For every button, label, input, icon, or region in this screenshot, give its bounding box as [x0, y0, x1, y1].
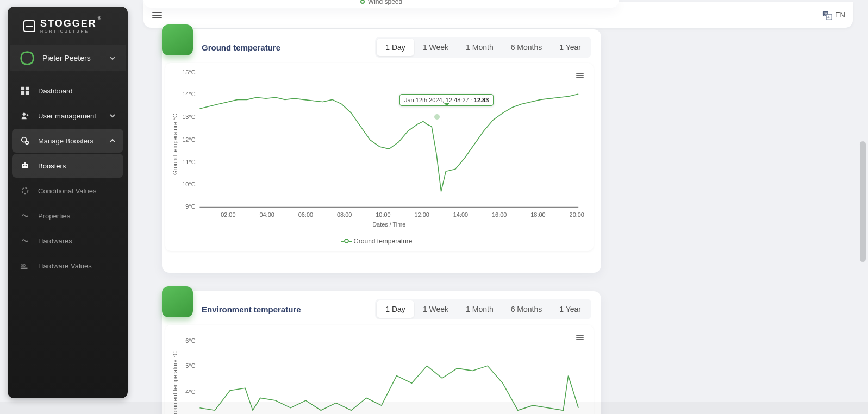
chart-ground-temperature: Jan 12th 2024, 12:48:27 : 12.83 15°C 14°… — [165, 63, 594, 251]
sidebar-item-label: Boosters — [38, 162, 66, 170]
card-badge-icon — [162, 24, 193, 55]
svg-rect-1 — [21, 87, 24, 90]
user-name: Pieter Peeters — [42, 54, 102, 62]
sidebar-nav: Dashboard User management Manage Booster… — [8, 77, 128, 280]
avatar-icon — [20, 51, 35, 66]
svg-point-10 — [23, 165, 25, 167]
brand-mark-icon — [23, 20, 36, 33]
svg-text:14°C: 14°C — [182, 91, 195, 97]
language-code: EN — [835, 11, 845, 19]
previous-card-legend-fragment: Wind speed — [143, 0, 619, 8]
robot-icon — [20, 160, 30, 171]
sidebar: STOGGER HORTICULTURE Pieter Peeters Dash… — [8, 7, 128, 398]
range-tab-6months[interactable]: 6 Months — [502, 300, 551, 318]
translate-icon: 文A — [822, 10, 832, 20]
dashboard-icon — [20, 85, 30, 96]
tooltip-label: Jan 12th 2024, 12:48:27 : — [404, 97, 474, 103]
counter-icon: 60 — [20, 260, 30, 271]
chart-svg: 15°C 14°C 13°C 12°C 11°C 10°C 9°C 02:00 … — [168, 67, 588, 234]
svg-text:9°C: 9°C — [185, 203, 195, 210]
legend-marker-icon — [344, 239, 349, 243]
chart-menu-icon[interactable] — [575, 71, 585, 80]
svg-text:4°C: 4°C — [185, 388, 195, 395]
card-ground-temperature: Ground temperature 1 Day 1 Week 1 Month … — [162, 29, 601, 273]
svg-point-5 — [23, 113, 26, 116]
range-tab-1year[interactable]: 1 Year — [551, 300, 590, 318]
svg-text:04:00: 04:00 — [260, 211, 274, 218]
signal-icon — [20, 210, 30, 221]
svg-text:10:00: 10:00 — [376, 211, 390, 218]
sidebar-item-label: Dashboard — [38, 87, 73, 95]
svg-text:08:00: 08:00 — [337, 211, 352, 218]
brand-subtitle: HORTICULTURE — [40, 29, 97, 33]
cycle-icon — [20, 185, 30, 196]
svg-text:16:00: 16:00 — [492, 211, 507, 218]
scrollbar-thumb[interactable] — [860, 141, 866, 262]
sidebar-item-label: User management — [38, 112, 96, 120]
range-tab-6months[interactable]: 6 Months — [502, 39, 551, 56]
chart-legend: Ground temperature — [168, 237, 588, 245]
svg-rect-9 — [22, 164, 28, 168]
svg-text:14:00: 14:00 — [453, 211, 468, 218]
sidebar-item-properties[interactable]: Properties — [12, 204, 123, 228]
svg-point-6 — [27, 114, 29, 116]
user-switcher[interactable]: Pieter Peeters — [10, 45, 126, 71]
sidebar-item-hardwares[interactable]: Hardwares — [12, 229, 123, 253]
sidebar-item-label: Hardware Values — [38, 262, 92, 270]
chevron-up-icon — [109, 137, 116, 144]
svg-text:20:00: 20:00 — [570, 211, 584, 218]
svg-point-11 — [26, 165, 27, 167]
range-tab-1month[interactable]: 1 Month — [457, 39, 502, 56]
svg-rect-2 — [26, 87, 29, 90]
signal-icon — [20, 235, 30, 246]
range-tab-1week[interactable]: 1 Week — [414, 300, 457, 318]
page-scrollbar[interactable] — [859, 0, 867, 400]
svg-rect-15 — [21, 268, 28, 269]
sidebar-item-manage-boosters[interactable]: Manage Boosters — [12, 129, 123, 153]
chart-tooltip-marker — [434, 114, 440, 120]
svg-text:Ground temperature °C: Ground temperature °C — [172, 114, 178, 175]
card-badge-icon — [162, 286, 193, 317]
svg-text:02:00: 02:00 — [221, 211, 235, 218]
chart-environment-temperature: 6°C 5°C 4°C Environment temperature °C — [165, 325, 594, 414]
range-tab-1week[interactable]: 1 Week — [414, 39, 457, 56]
chart-tooltip: Jan 12th 2024, 12:48:27 : 12.83 — [399, 94, 494, 106]
card-title: Environment temperature — [202, 305, 301, 314]
time-range-tabs: 1 Day 1 Week 1 Month 6 Months 1 Year — [375, 299, 591, 319]
sidebar-item-boosters[interactable]: Boosters — [12, 154, 123, 178]
chart-menu-icon[interactable] — [575, 333, 585, 342]
svg-text:6°C: 6°C — [185, 337, 195, 344]
sidebar-item-hardware-values[interactable]: 60 Hardware Values — [12, 254, 123, 278]
svg-text:15°C: 15°C — [182, 69, 195, 76]
sidebar-item-dashboard[interactable]: Dashboard — [12, 79, 123, 103]
svg-point-13 — [22, 188, 28, 194]
svg-text:Dates / Time: Dates / Time — [372, 221, 405, 228]
card-title: Ground temperature — [202, 43, 280, 52]
sidebar-item-label: Conditional Values — [38, 187, 96, 195]
range-tab-1day[interactable]: 1 Day — [377, 300, 414, 318]
users-icon — [20, 110, 30, 121]
language-switcher[interactable]: 文A EN — [822, 10, 845, 20]
range-tab-1day[interactable]: 1 Day — [377, 39, 414, 56]
menu-icon[interactable] — [151, 9, 163, 21]
brand-logo: STOGGER HORTICULTURE — [8, 16, 128, 45]
brand-name: STOGGER — [40, 18, 97, 28]
svg-text:12:00: 12:00 — [415, 211, 429, 218]
svg-text:11°C: 11°C — [182, 159, 195, 165]
svg-text:13°C: 13°C — [182, 114, 195, 120]
range-tab-1month[interactable]: 1 Month — [457, 300, 502, 318]
svg-rect-4 — [26, 91, 29, 95]
sidebar-item-label: Properties — [38, 212, 70, 220]
card-environment-temperature: Environment temperature 1 Day 1 Week 1 M… — [162, 291, 601, 414]
range-tab-1year[interactable]: 1 Year — [551, 39, 590, 56]
sidebar-item-conditional-values[interactable]: Conditional Values — [12, 179, 123, 203]
svg-text:A: A — [827, 15, 830, 20]
legend-label: Ground temperature — [353, 237, 412, 245]
sidebar-item-user-management[interactable]: User management — [12, 104, 123, 128]
chart-svg: 6°C 5°C 4°C Environment temperature °C — [168, 329, 588, 414]
svg-text:12°C: 12°C — [182, 136, 195, 143]
svg-rect-12 — [24, 162, 26, 164]
svg-text:60: 60 — [21, 263, 26, 268]
svg-text:5°C: 5°C — [185, 362, 195, 369]
legend-label: Wind speed — [368, 0, 402, 5]
